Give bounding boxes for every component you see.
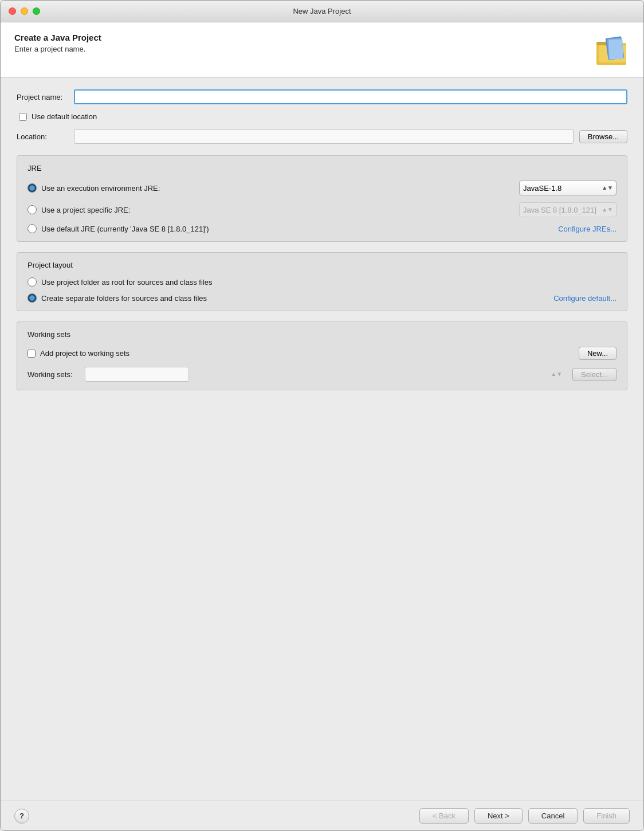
jre-option1-select-wrapper: JavaSE-1.8 JavaSE-11 JavaSE-17 ▲▼	[519, 181, 616, 195]
window-controls	[9, 7, 40, 15]
jre-section-title: JRE	[28, 164, 616, 173]
add-working-sets-row: Add project to working sets New...	[28, 347, 616, 360]
use-default-location-row: Use default location	[17, 112, 627, 121]
jre-option3-row: Use default JRE (currently 'Java SE 8 [1…	[28, 224, 616, 233]
working-sets-section: Working sets Add project to working sets…	[17, 322, 627, 390]
jre-option1-label: Use an execution environment JRE:	[41, 184, 513, 193]
jre-section: JRE Use an execution environment JRE: Ja…	[17, 155, 627, 242]
dialog-content: Project name: Use default location Locat…	[1, 78, 643, 801]
jre-option3-label: Use default JRE (currently 'Java SE 8 [1…	[41, 225, 558, 233]
working-sets-input	[85, 367, 189, 382]
location-input[interactable]	[74, 129, 574, 144]
configure-default-link[interactable]: Configure default...	[553, 294, 616, 303]
select-working-sets-button: Select...	[572, 368, 616, 381]
footer-right: < Back Next > Cancel Finish	[419, 808, 630, 824]
dialog-header: Create a Java Project Enter a project na…	[1, 22, 643, 78]
project-name-row: Project name:	[17, 89, 627, 104]
location-label: Location:	[17, 132, 74, 141]
footer-left: ?	[14, 809, 29, 824]
jre-option1-row: Use an execution environment JRE: JavaSE…	[28, 181, 616, 195]
working-sets-title: Working sets	[28, 330, 616, 339]
layout-option2-radio[interactable]	[28, 293, 37, 303]
jre-option2-row: Use a project specific JRE: Java SE 8 [1…	[28, 202, 616, 217]
project-name-label: Project name:	[17, 93, 74, 101]
svg-rect-6	[608, 40, 623, 60]
minimize-button[interactable]	[21, 7, 28, 15]
working-sets-label: Working sets:	[28, 370, 85, 379]
cancel-button[interactable]: Cancel	[528, 808, 578, 824]
dialog-subtitle: Enter a project name.	[14, 45, 101, 53]
new-working-set-button[interactable]: New...	[579, 347, 616, 360]
window-title: New Java Project	[293, 7, 351, 15]
project-layout-section: Project layout Use project folder as roo…	[17, 252, 627, 311]
jre-option3-radio[interactable]	[28, 224, 37, 233]
title-bar: New Java Project	[1, 1, 643, 22]
add-ws-left: Add project to working sets	[28, 349, 129, 358]
working-sets-input-row: Working sets: ▲▼ Select...	[28, 367, 616, 382]
layout-option2-row: Create separate folders for sources and …	[28, 293, 616, 303]
jre-option2-select: Java SE 8 [1.8.0_121]	[519, 202, 616, 217]
use-default-location-checkbox[interactable]	[19, 113, 27, 121]
browse-button[interactable]: Browse...	[579, 130, 627, 143]
configure-jres-link[interactable]: Configure JREs...	[558, 225, 616, 233]
dialog-title: Create a Java Project	[14, 33, 101, 42]
layout-option1-label: Use project folder as root for sources a…	[41, 278, 616, 287]
add-working-sets-checkbox[interactable]	[28, 350, 36, 358]
project-name-input[interactable]	[74, 89, 627, 104]
maximize-button[interactable]	[33, 7, 40, 15]
jre-option1-select[interactable]: JavaSE-1.8 JavaSE-11 JavaSE-17	[519, 181, 616, 195]
jre-option1-radio[interactable]	[28, 183, 37, 193]
jre-option2-select-wrapper: Java SE 8 [1.8.0_121] ▲▼	[519, 202, 616, 217]
folder-icon	[595, 33, 630, 67]
finish-button[interactable]: Finish	[583, 808, 630, 824]
use-default-location-label: Use default location	[32, 112, 97, 121]
back-button[interactable]: < Back	[419, 808, 469, 824]
layout-option1-radio[interactable]	[28, 277, 37, 287]
layout-option1-row: Use project folder as root for sources a…	[28, 277, 616, 287]
jre-option2-radio[interactable]	[28, 205, 37, 214]
close-button[interactable]	[9, 7, 16, 15]
header-text: Create a Java Project Enter a project na…	[14, 33, 101, 53]
layout-option2-left: Create separate folders for sources and …	[28, 293, 207, 303]
location-row: Location: Browse...	[17, 129, 627, 144]
working-sets-arrow-icon: ▲▼	[551, 371, 562, 377]
next-button[interactable]: Next >	[474, 808, 523, 824]
working-sets-select-wrapper: ▲▼	[85, 367, 567, 382]
layout-option2-label: Create separate folders for sources and …	[41, 294, 207, 303]
jre-option2-label: Use a project specific JRE:	[41, 206, 513, 214]
project-layout-title: Project layout	[28, 261, 616, 269]
add-working-sets-label: Add project to working sets	[40, 349, 129, 358]
help-button[interactable]: ?	[14, 809, 29, 824]
dialog-footer: ? < Back Next > Cancel Finish	[1, 801, 643, 830]
